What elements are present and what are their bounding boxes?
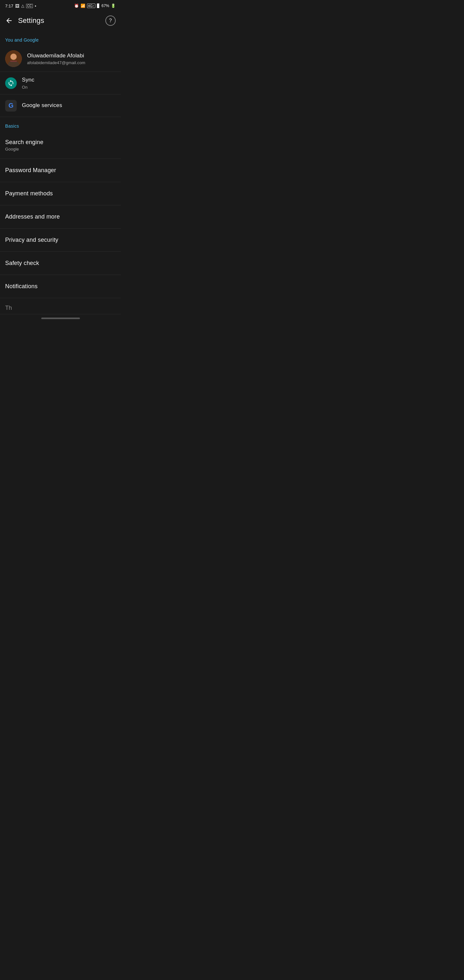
password-manager-item[interactable]: Password Manager <box>0 159 121 182</box>
home-indicator[interactable] <box>41 318 80 319</box>
status-icons: ⏰ 📶 4G↑ ▊ 67% 🔋 <box>74 3 116 8</box>
safety-check-title: Safety check <box>5 260 116 267</box>
bottom-bar <box>0 314 121 321</box>
signal-bars: ▊ <box>97 3 100 8</box>
sync-icon <box>5 77 17 89</box>
wifi-icon: 📶 <box>81 3 86 8</box>
account-name: Oluwademilade Afolabi <box>27 52 116 59</box>
google-services-text: Google services <box>22 102 116 109</box>
header: Settings ? <box>0 12 121 31</box>
notifications-text: Notifications <box>5 283 116 290</box>
basics-section-header: Basics <box>0 117 121 132</box>
help-button[interactable]: ? <box>105 16 116 26</box>
privacy-security-title: Privacy and security <box>5 237 116 243</box>
search-engine-subtitle: Google <box>5 147 116 151</box>
google-services-label: Google services <box>22 102 116 109</box>
google-g-icon: G <box>8 102 14 109</box>
payment-methods-item[interactable]: Payment methods <box>0 182 121 205</box>
addresses-text: Addresses and more <box>5 213 116 220</box>
privacy-security-item[interactable]: Privacy and security <box>0 229 121 252</box>
header-left: Settings <box>5 16 44 25</box>
battery-icon: 🔋 <box>111 3 116 8</box>
addresses-title: Addresses and more <box>5 213 116 220</box>
partial-item[interactable]: Th <box>0 298 121 314</box>
addresses-item[interactable]: Addresses and more <box>0 205 121 229</box>
google-icon-wrap: G <box>5 100 17 111</box>
search-engine-text: Search engine Google <box>5 139 116 151</box>
privacy-security-text: Privacy and security <box>5 237 116 243</box>
password-manager-title: Password Manager <box>5 167 116 174</box>
sync-label: Sync <box>22 76 116 83</box>
alarm-icon: ⏰ <box>74 3 79 8</box>
status-time: 7:17 🖼 △ CC ● <box>5 3 37 8</box>
account-email: afolabidemilade47@gmail.com <box>27 60 116 65</box>
battery-level: 67% <box>102 3 109 8</box>
network-icon: 4G↑ <box>87 3 95 8</box>
account-item[interactable]: Oluwademilade Afolabi afolabidemilade47@… <box>0 46 121 72</box>
safety-check-item[interactable]: Safety check <box>0 252 121 275</box>
photo-icon: 🖼 <box>15 3 19 8</box>
password-manager-text: Password Manager <box>5 167 116 174</box>
google-services-item[interactable]: G Google services <box>0 94 121 117</box>
search-engine-item[interactable]: Search engine Google <box>0 132 121 159</box>
partial-item-title: Th <box>5 305 12 312</box>
account-text: Oluwademilade Afolabi afolabidemilade47@… <box>27 52 116 65</box>
payment-methods-title: Payment methods <box>5 190 116 197</box>
page-title: Settings <box>18 16 44 25</box>
avatar-image <box>5 50 22 67</box>
notifications-item[interactable]: Notifications <box>0 275 121 298</box>
search-engine-title: Search engine <box>5 139 116 146</box>
payment-methods-text: Payment methods <box>5 190 116 197</box>
status-bar: 7:17 🖼 △ CC ● ⏰ 📶 4G↑ ▊ 67% 🔋 <box>0 0 121 12</box>
svg-point-3 <box>11 54 16 60</box>
drive-icon: △ <box>21 3 24 8</box>
sync-text: Sync On <box>22 76 116 89</box>
notifications-title: Notifications <box>5 283 116 290</box>
sync-status: On <box>22 85 116 90</box>
back-button[interactable] <box>5 17 13 24</box>
svg-rect-4 <box>10 60 17 62</box>
you-and-google-section-header: You and Google <box>0 31 121 46</box>
avatar <box>5 50 22 67</box>
dot-icon: ● <box>35 5 37 7</box>
sync-item[interactable]: Sync On <box>0 72 121 94</box>
safety-check-text: Safety check <box>5 260 116 267</box>
caption-icon: CC <box>26 4 33 8</box>
